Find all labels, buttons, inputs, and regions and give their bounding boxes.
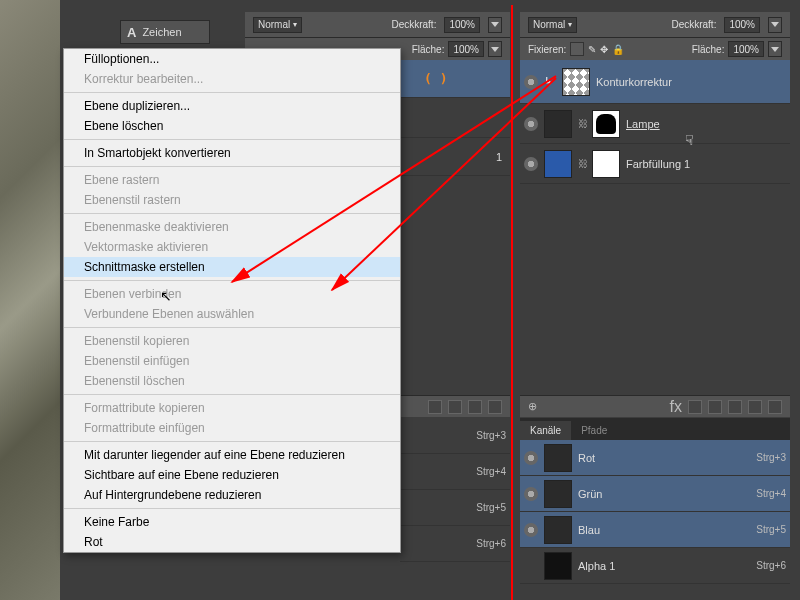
add-mask-icon[interactable] — [688, 400, 702, 414]
lock-transparency-icon[interactable] — [570, 42, 584, 56]
channel-thumbnail — [544, 516, 572, 544]
new-folder-icon[interactable] — [728, 400, 742, 414]
layer-context-menu: Fülloptionen... Korrektur bearbeiten... … — [63, 48, 401, 553]
menu-item-copy-shapeattributes: Formattribute kopieren — [64, 398, 400, 418]
channel-thumbnail — [544, 444, 572, 472]
opacity-dropdown-button[interactable] — [488, 17, 502, 33]
channel-row[interactable]: Strg+4 — [400, 454, 510, 490]
channel-row[interactable]: Alpha 1Strg+6 — [520, 548, 790, 584]
tab-paths[interactable]: Pfade — [571, 421, 617, 440]
layers-bottom-toolbar — [400, 395, 510, 417]
channel-row[interactable]: Strg+3 — [400, 418, 510, 454]
trash-icon[interactable] — [768, 400, 782, 414]
layers-panel-header-left: Normal▾ Deckkraft: 100% — [245, 12, 510, 38]
visibility-toggle-icon[interactable] — [524, 487, 538, 501]
lock-label: Fixieren: — [528, 44, 566, 55]
menu-item-rasterize-layer: Ebene rastern — [64, 170, 400, 190]
visibility-toggle-icon[interactable] — [524, 75, 538, 89]
fill-value[interactable]: 100% — [728, 41, 764, 57]
channel-row[interactable]: Strg+5 — [400, 490, 510, 526]
layer-row[interactable]: 1 — [400, 138, 510, 176]
menu-item-edit-adjustment: Korrektur bearbeiten... — [64, 69, 400, 89]
link-icon: ⛓ — [578, 158, 586, 170]
menu-item-delete-layer[interactable]: Ebene löschen — [64, 116, 400, 136]
layer-row[interactable]: ⛓ Farbfüllung 1 — [520, 144, 790, 184]
menu-item-rasterize-style: Ebenenstil rastern — [64, 190, 400, 210]
fill-label: Fläche: — [692, 44, 725, 55]
layer-row[interactable]: ⛓ Lampe — [520, 104, 790, 144]
menu-item-select-linked: Verbundene Ebenen auswählen — [64, 304, 400, 324]
menu-item-paste-shapeattributes: Formattribute einfügen — [64, 418, 400, 438]
layer-row[interactable] — [400, 98, 510, 138]
layer-name: Lampe — [626, 118, 660, 130]
link-icon: ⛓ — [578, 118, 586, 130]
layers-sub-header-right: Fixieren: ✎ ✥ 🔒 Fläche: 100% — [520, 38, 790, 60]
mask-thumbnail[interactable] — [592, 150, 620, 178]
menu-item-duplicate-layer[interactable]: Ebene duplizieren... — [64, 96, 400, 116]
adjustment-icon[interactable] — [708, 400, 722, 414]
menu-item-flatten[interactable]: Auf Hintergrundebene reduzieren — [64, 485, 400, 505]
menu-item-create-clippingmask[interactable]: Schnittmaske erstellen — [64, 257, 400, 277]
menu-item-red[interactable]: Rot — [64, 532, 400, 552]
menu-item-copy-layerstyle: Ebenenstil kopieren — [64, 331, 400, 351]
layers-bottom-toolbar: ⊕ fx — [520, 395, 790, 417]
fill-dropdown-button[interactable] — [768, 41, 782, 57]
layer-row[interactable]: ↳ Konturkorrektur — [520, 60, 790, 104]
menu-item-enable-vectormask: Vektormaske aktivieren — [64, 237, 400, 257]
menu-item-link-layers: Ebenen verbinden — [64, 284, 400, 304]
new-layer-icon[interactable] — [748, 400, 762, 414]
blend-mode-dropdown[interactable]: Normal▾ — [253, 17, 302, 33]
blend-mode-dropdown[interactable]: Normal▾ — [528, 17, 577, 33]
layer-row[interactable]: ( ) — [400, 60, 510, 98]
fill-label: Fläche: — [412, 44, 445, 55]
menu-item-merge-visible[interactable]: Sichtbare auf eine Ebene reduzieren — [64, 465, 400, 485]
layer-thumbnail[interactable] — [544, 150, 572, 178]
layers-panel-header-right: Normal▾ Deckkraft: 100% — [520, 12, 790, 38]
fill-value[interactable]: 100% — [448, 41, 484, 57]
menu-item-no-color[interactable]: Keine Farbe — [64, 512, 400, 532]
parentheses-icon: ( ) — [404, 71, 447, 86]
opacity-label: Deckkraft: — [671, 19, 716, 30]
opacity-label: Deckkraft: — [391, 19, 436, 30]
menu-item-fill-options[interactable]: Fülloptionen... — [64, 49, 400, 69]
layers-list-left: ( ) 1 — [400, 60, 510, 400]
menu-item-merge-down[interactable]: Mit darunter liegender auf eine Ebene re… — [64, 445, 400, 465]
channel-row[interactable]: BlauStrg+5 — [520, 512, 790, 548]
menu-item-paste-layerstyle: Ebenenstil einfügen — [64, 351, 400, 371]
canvas-background — [0, 0, 60, 600]
channel-row[interactable]: GrünStrg+4 — [520, 476, 790, 512]
panel-label: Zeichen — [142, 26, 181, 38]
hand-cursor-icon: ☟ — [685, 132, 694, 148]
channels-panel-left: Strg+3 Strg+4 Strg+5 Strg+6 — [400, 418, 510, 562]
channel-thumbnail — [544, 552, 572, 580]
channel-row[interactable]: Strg+6 — [400, 526, 510, 562]
layer-name: Farbfüllung 1 — [626, 158, 690, 170]
visibility-toggle-icon[interactable] — [524, 451, 538, 465]
layer-thumbnail[interactable] — [544, 110, 572, 138]
visibility-toggle-icon[interactable] — [524, 523, 538, 537]
layer-thumbnail[interactable] — [562, 68, 590, 96]
visibility-toggle-icon[interactable] — [524, 117, 538, 131]
add-mask-icon[interactable] — [428, 400, 442, 414]
new-folder-icon[interactable] — [448, 400, 462, 414]
channel-thumbnail — [544, 480, 572, 508]
fill-dropdown-button[interactable] — [488, 41, 502, 57]
new-layer-icon[interactable] — [468, 400, 482, 414]
layers-list-right: ↳ Konturkorrektur ⛓ Lampe ⛓ Farbfüllung … — [520, 60, 790, 393]
opacity-value[interactable]: 100% — [444, 17, 480, 33]
menu-item-clear-layerstyle: Ebenenstil löschen — [64, 371, 400, 391]
type-icon: A — [127, 25, 136, 40]
opacity-value[interactable]: 100% — [724, 17, 760, 33]
channels-panel-right: Kanäle Pfade RotStrg+3 GrünStrg+4 BlauSt… — [520, 418, 790, 584]
tab-channels[interactable]: Kanäle — [520, 421, 571, 440]
menu-item-convert-smartobject[interactable]: In Smartobjekt konvertieren — [64, 143, 400, 163]
visibility-toggle-icon[interactable] — [524, 157, 538, 171]
trash-icon[interactable] — [488, 400, 502, 414]
menu-item-disable-layermask: Ebenenmaske deaktivieren — [64, 217, 400, 237]
layer-name: Konturkorrektur — [596, 76, 672, 88]
channel-row[interactable]: RotStrg+3 — [520, 440, 790, 476]
opacity-dropdown-button[interactable] — [768, 17, 782, 33]
character-panel-tab[interactable]: A Zeichen — [120, 20, 210, 44]
